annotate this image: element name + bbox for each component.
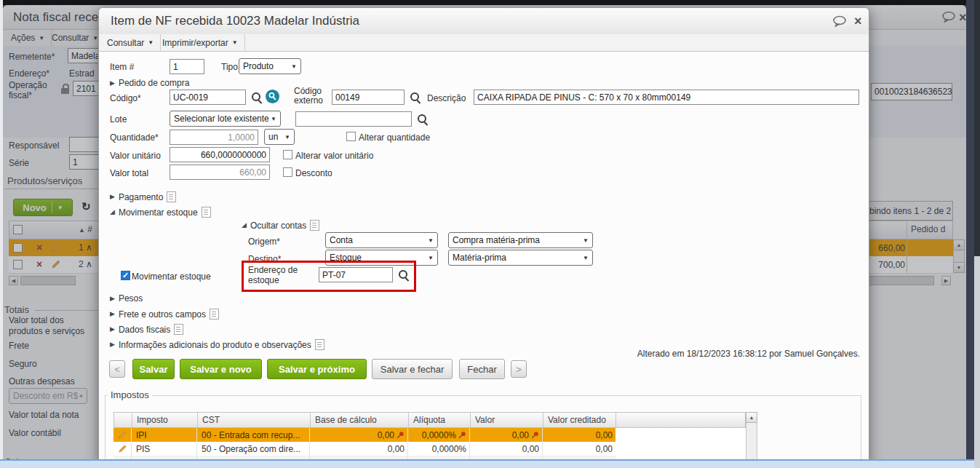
product-lookup-icon[interactable] bbox=[266, 90, 279, 103]
pin-icon bbox=[397, 431, 405, 439]
cst-cell: 00 - Entrada com recup... bbox=[197, 428, 310, 442]
notes-icon bbox=[315, 339, 324, 350]
section-info-adicionais[interactable]: ▶ Informações adicionais do produto e ob… bbox=[110, 339, 324, 350]
fechar-button[interactable]: Fechar bbox=[459, 359, 505, 379]
valor-cell: 0,00 bbox=[470, 442, 543, 456]
base-cell: 0,00 bbox=[310, 442, 408, 456]
codigo-externo-label: Código externo bbox=[294, 87, 329, 106]
chevron-down-icon: ▼ bbox=[583, 255, 589, 261]
salvar-e-fechar-button[interactable]: Salvar e fechar bbox=[372, 359, 453, 379]
pin-icon bbox=[458, 431, 466, 439]
col-aliquota[interactable]: Alíquota bbox=[409, 413, 471, 427]
origem-conta-select[interactable]: Compra matéria-prima ▼ bbox=[448, 232, 593, 248]
alterar-valor-unitario-checkbox[interactable] bbox=[283, 150, 292, 159]
section-pesos[interactable]: ▶ Pesos bbox=[110, 293, 143, 304]
alterar-quantidade-checkbox[interactable] bbox=[346, 132, 356, 141]
codigo-label: Código* bbox=[110, 93, 141, 103]
col-imposto[interactable]: Imposto bbox=[132, 413, 198, 427]
valor-creditado-cell: 0,00 bbox=[543, 442, 616, 456]
section-frete-outros[interactable]: ▶ Frete e outros campos bbox=[110, 309, 219, 320]
collapsed-triangle-icon: ▶ bbox=[110, 80, 115, 87]
edit-cell[interactable] bbox=[113, 442, 132, 456]
collapsed-triangle-icon: ▶ bbox=[110, 341, 115, 348]
salvar-button[interactable]: Salvar bbox=[132, 359, 175, 379]
imposto-cell: IPI bbox=[132, 428, 197, 442]
page-background-strip bbox=[966, 0, 974, 468]
item-label: Item # bbox=[110, 62, 134, 72]
valor-total-label: Valor total bbox=[110, 168, 148, 178]
col-base-calculo[interactable]: Base de cálculo bbox=[311, 413, 409, 427]
col-valor-creditado[interactable]: Valor creditado bbox=[543, 413, 616, 427]
modal-close-icon[interactable]: × bbox=[854, 15, 862, 28]
edit-pencil-icon[interactable] bbox=[118, 444, 127, 453]
imposto-row-ipi[interactable]: IPI 00 - Entrada com recup... 0,00 0,000… bbox=[113, 428, 616, 443]
pin-icon bbox=[531, 431, 539, 439]
next-item-button[interactable]: > bbox=[511, 360, 527, 378]
alterar-valor-unitario-label: Alterar valor unitário bbox=[295, 151, 373, 161]
endereco-estoque-label: Endereço de estoque bbox=[248, 265, 299, 285]
screen: Nota fiscal rece × Ações ▼ Consultar ▼ R… bbox=[0, 0, 980, 468]
search-icon[interactable] bbox=[417, 114, 428, 124]
search-icon[interactable] bbox=[251, 92, 262, 103]
modal-menu-consultar[interactable]: Consultar ▼ bbox=[100, 34, 161, 51]
item-nf-modal: Item de NF recebida 10023 Madelar Indúst… bbox=[98, 7, 869, 468]
quantidade-input[interactable]: 1,0000 bbox=[170, 130, 258, 145]
impostos-scroll-up-button[interactable]: ▲ bbox=[746, 412, 757, 423]
tipo-select[interactable]: Produto ▼ bbox=[239, 58, 301, 74]
section-pagamento[interactable]: ▶ Pagamento bbox=[110, 191, 176, 202]
lote-label: Lote bbox=[110, 114, 127, 124]
lote-select[interactable]: Selecionar lote existente ▼ bbox=[170, 111, 281, 127]
lote-input[interactable] bbox=[295, 111, 412, 127]
search-icon[interactable] bbox=[398, 269, 409, 280]
col-valor[interactable]: Valor bbox=[471, 413, 543, 427]
section-movimentar-estoque[interactable]: ◢ Movimentar estoque bbox=[110, 207, 211, 218]
desconto-checkbox[interactable] bbox=[283, 167, 292, 177]
modal-menu-imprimir[interactable]: Imprimir/exportar ▼ bbox=[156, 34, 245, 51]
chevron-down-icon: ▼ bbox=[271, 116, 276, 122]
alterar-quantidade-label: Alterar quantidade bbox=[359, 132, 430, 143]
top-edge bbox=[0, 0, 980, 5]
expanded-triangle-icon: ◢ bbox=[242, 222, 247, 229]
notes-icon bbox=[174, 324, 183, 335]
origem-select[interactable]: Conta ▼ bbox=[325, 232, 438, 248]
browser-scrollbar[interactable] bbox=[974, 0, 980, 468]
unidade-select[interactable]: un ▼ bbox=[264, 129, 295, 145]
valor-unitario-label: Valor unitário bbox=[110, 151, 161, 161]
left-edge bbox=[0, 0, 3, 468]
edit-pencil-icon[interactable] bbox=[118, 430, 127, 440]
salvar-e-proximo-button[interactable]: Salvar e próximo bbox=[267, 359, 367, 379]
col-cst[interactable]: CST bbox=[198, 413, 311, 427]
endereco-estoque-input[interactable]: PT-07 bbox=[319, 267, 393, 282]
chevron-down-icon: ▼ bbox=[583, 237, 589, 244]
codigo-input[interactable]: UC-0019 bbox=[170, 90, 246, 105]
section-ocultar-contas[interactable]: ◢ Ocultar contas bbox=[242, 220, 319, 231]
item-input[interactable]: 1 bbox=[170, 59, 204, 74]
chevron-down-icon: ▼ bbox=[291, 63, 297, 70]
chevron-down-icon: ▼ bbox=[284, 134, 290, 140]
codigo-externo-input[interactable]: 00149 bbox=[332, 90, 405, 105]
valor-unitario-input[interactable]: 660,0000000000 bbox=[170, 147, 270, 162]
chevron-down-icon: ▼ bbox=[428, 255, 434, 261]
destino-conta-select[interactable]: Matéria-prima ▼ bbox=[448, 250, 593, 266]
collapsed-triangle-icon: ▶ bbox=[110, 311, 115, 317]
section-dados-fiscais[interactable]: ▶ Dados fiscais bbox=[110, 324, 183, 335]
movimentar-estoque-checkbox[interactable]: ✓ bbox=[121, 271, 130, 280]
quantidade-label: Quantidade* bbox=[110, 132, 159, 143]
imposto-row-pis[interactable]: PIS 50 - Operação com dire... 0,00 0,000… bbox=[113, 442, 616, 456]
valor-total-input[interactable]: 660,00 bbox=[170, 164, 270, 180]
base-cell: 0,00 bbox=[310, 428, 408, 442]
section-pedido-compra[interactable]: ▶ Pedido de compra bbox=[110, 78, 189, 88]
browser-scrollbar-thumb[interactable] bbox=[974, 0, 980, 256]
chevron-down-icon: ▼ bbox=[428, 237, 434, 244]
descricao-input[interactable]: CAIXA RIPADA DE PINUS - C: 570 x 70 x 80… bbox=[474, 90, 859, 105]
cst-cell: 50 - Operação com dire... bbox=[197, 442, 310, 456]
edit-cell[interactable] bbox=[113, 428, 132, 442]
salvar-e-novo-button[interactable]: Salvar e novo bbox=[180, 359, 262, 379]
valor-creditado-cell: 0,00 bbox=[543, 428, 616, 442]
prev-item-button[interactable]: < bbox=[109, 360, 125, 378]
search-icon[interactable] bbox=[410, 92, 421, 103]
checkmark-icon: ✓ bbox=[122, 271, 129, 279]
impostos-legend: Impostos bbox=[108, 389, 152, 400]
bottom-bar bbox=[0, 459, 974, 468]
comment-bubble-icon[interactable] bbox=[832, 15, 847, 27]
